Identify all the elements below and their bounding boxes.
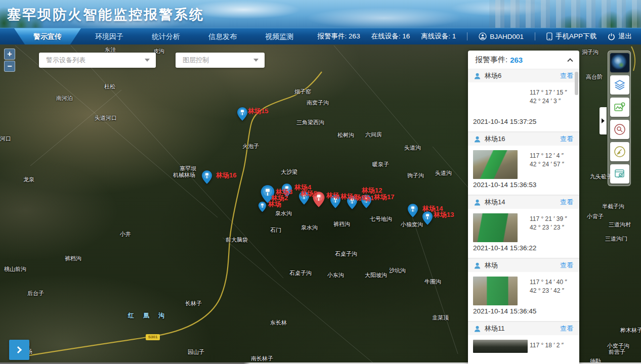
- marker-label-林场: 林场: [326, 191, 339, 200]
- chevron-down-icon: [145, 59, 150, 62]
- zoom-in-button[interactable]: +: [4, 49, 15, 60]
- alarm-thumbnail[interactable]: [473, 340, 528, 353]
- user-icon: [479, 32, 487, 40]
- map-place-label: 头道沟: [435, 169, 452, 177]
- layer-control-dropdown-label: 图层控制: [183, 56, 253, 65]
- map-place-label: 红凰沟: [128, 311, 174, 320]
- map-place-label: 小东沟: [327, 271, 344, 279]
- city-trees-decoration-right: [489, 0, 641, 28]
- latitude: 42 ° 23 ′ 42 ″: [530, 287, 567, 295]
- alarm-item-body: 117 ° 17 ′ 15 ″42 ° 24 ′ 3 ″2021-10-14 1…: [468, 82, 579, 131]
- alarm-thumbnail[interactable]: [473, 150, 518, 179]
- map-place-label: 南河泊: [56, 95, 73, 102]
- map-place-label: 大沙梁: [281, 168, 297, 176]
- stat-离线设备: 离线设备: 1: [421, 32, 456, 41]
- alarm-item-header: 林场11查看: [468, 322, 579, 335]
- tab-统计分析[interactable]: 统计分析: [138, 28, 194, 44]
- globe-view-button[interactable]: [610, 53, 629, 72]
- username: BJAHD001: [490, 33, 524, 40]
- alarm-item-body: 117 ° 14 ′ 40 ″42 ° 23 ′ 42 ″2021-10-14 …: [468, 272, 579, 321]
- alarm-site-name: 林场16: [485, 134, 505, 144]
- logout-label: 退出: [618, 32, 632, 41]
- zoom-out-button[interactable]: −: [4, 61, 15, 72]
- clear-map-button[interactable]: [610, 142, 629, 161]
- alarm-item-body: 117 ° 12 ′ 4 ″42 ° 24 ′ 57 ″2021-10-14 1…: [468, 146, 579, 195]
- view-link[interactable]: 查看: [560, 71, 573, 80]
- layer-control-dropdown[interactable]: 图层控制: [176, 53, 265, 68]
- marker-林场15[interactable]: [237, 107, 248, 123]
- chevron-right-icon: [15, 346, 22, 353]
- alarm-thumbnail[interactable]: [473, 277, 518, 305]
- map-place-label: 杜松: [104, 83, 115, 90]
- map-place-label: 石门: [270, 226, 281, 234]
- alarm-site-name: 林场: [485, 261, 498, 270]
- longitude: 117 ° 17 ′ 15 ″: [530, 88, 567, 97]
- panel-scrollbar[interactable]: [575, 72, 578, 95]
- map-location-button[interactable]: [610, 98, 629, 117]
- map-zoom-controls: + −: [4, 49, 15, 73]
- app-download-button[interactable]: 手机APP下载: [546, 32, 596, 41]
- road-number-badge: S301: [146, 334, 160, 340]
- tab-视频监测[interactable]: 视频监测: [251, 28, 308, 44]
- tab-警示宣传[interactable]: 警示宣传: [14, 28, 81, 44]
- marker-林场14[interactable]: [407, 203, 418, 220]
- map-place-label: 头道沟: [404, 144, 421, 152]
- alarm-coordinates: 117 ° 14 ′ 40 ″42 ° 23 ′ 42 ″: [530, 278, 567, 295]
- alarm-panel-header: 报警事件: 263: [468, 51, 579, 69]
- map-place-label: 六间房: [365, 131, 382, 139]
- alarm-thumbnail[interactable]: [473, 213, 518, 242]
- satellite-map[interactable]: 东洼皮沟杜松南河泊头道河口河口烟子窑南窝子沟三角梁西沟松树沟六间房四道沟火泡子头…: [0, 44, 641, 364]
- view-link[interactable]: 查看: [560, 261, 573, 270]
- alarm-item-body: 117 ° 21 ′ 39 ″42 ° 23 ′ 23 ″2021-10-14 …: [468, 209, 579, 258]
- search-icon: [614, 123, 626, 135]
- collapse-panel-chevron-up-icon[interactable]: [567, 58, 573, 64]
- map-place-label: 牛圈沟: [424, 278, 441, 286]
- map-place-label: 大阳坡沟: [365, 271, 387, 279]
- device-list-dropdown[interactable]: 警示设备列表: [39, 53, 156, 68]
- view-link[interactable]: 查看: [560, 324, 573, 333]
- logout-button[interactable]: 退出: [608, 32, 632, 41]
- marker-label-林场15: 林场15: [248, 107, 268, 116]
- map-place-label: 南窝子沟: [307, 99, 329, 107]
- layers-button[interactable]: [610, 75, 629, 95]
- user-account-button[interactable]: BJAHD001: [479, 32, 524, 40]
- map-place-label: 小狼窝沟: [401, 221, 423, 229]
- power-icon: [608, 33, 615, 40]
- longitude: 117 ° 21 ′ 39 ″: [530, 215, 567, 223]
- hide-window-button[interactable]: [610, 164, 629, 184]
- nav-stats: 报警事件: 263在线设备: 16离线设备: 1: [318, 32, 456, 41]
- view-link[interactable]: 查看: [560, 134, 573, 144]
- map-pin-icon: [614, 101, 626, 113]
- tab-信息发布[interactable]: 信息发布: [194, 28, 251, 44]
- triangle-right-icon: [602, 118, 605, 123]
- device-list-dropdown-label: 警示设备列表: [46, 56, 145, 65]
- nav-right-section: 报警事件: 263在线设备: 16离线设备: 1 BJAHD001 手机APP下…: [318, 28, 632, 44]
- marker-label-林场5: 林场5: [301, 189, 317, 198]
- tab-环境因子[interactable]: 环境因子: [81, 28, 138, 44]
- marker-林场2[interactable]: [258, 201, 267, 214]
- layers-icon: [614, 79, 626, 91]
- search-area-button[interactable]: [610, 120, 629, 139]
- person-icon: [474, 136, 481, 143]
- map-place-label: 三道沟村: [609, 221, 631, 229]
- toolbar-collapse-tab[interactable]: [600, 107, 607, 134]
- alarm-events-panel: 报警事件: 263 林场6查看117 ° 17 ′ 15 ″42 ° 24 ′ …: [468, 51, 579, 364]
- map-place-label: 洞子沟: [582, 49, 599, 56]
- latitude: 42 ° 24 ′ 57 ″: [530, 160, 564, 169]
- longitude: 117 ° 14 ′ 40 ″: [530, 278, 567, 287]
- divider: [535, 32, 535, 40]
- map-place-label: 半截子沟: [602, 203, 624, 210]
- view-link[interactable]: 查看: [560, 198, 573, 207]
- alarm-item-林场11: 林场11查看117 ° 18 ′ 2 ″: [468, 322, 579, 364]
- map-place-label: 河口: [0, 135, 11, 143]
- expand-panel-button[interactable]: [9, 340, 29, 360]
- alarm-coordinates: 117 ° 21 ′ 39 ″42 ° 23 ′ 23 ″: [530, 215, 567, 232]
- marker-林场16[interactable]: [201, 170, 212, 187]
- map-place-label: 机械林场: [173, 171, 195, 179]
- alarm-count: 263: [510, 56, 523, 64]
- map-place-label: 高台阶: [586, 73, 603, 81]
- alarm-timestamp: 2021-10-14 15:37:25: [473, 118, 536, 125]
- latitude: 42 ° 24 ′ 3 ″: [530, 97, 567, 106]
- map-place-label: 三道沟门: [605, 235, 627, 243]
- map-toolbar: [608, 51, 631, 186]
